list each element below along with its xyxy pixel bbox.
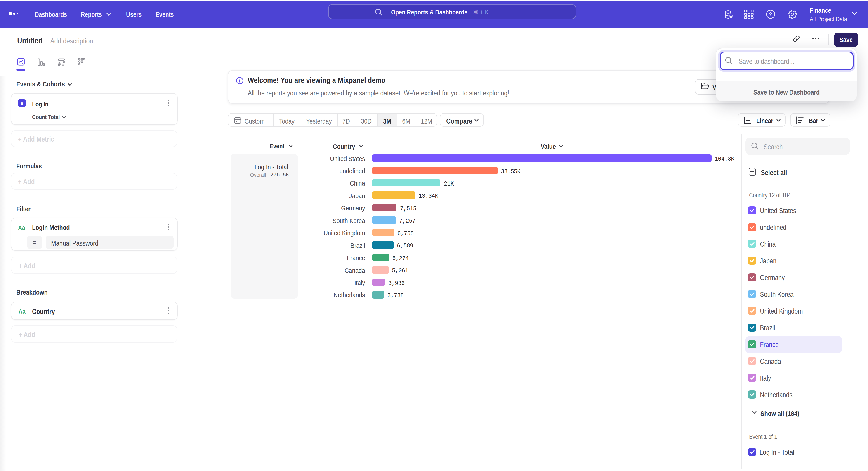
svg-text:?: ? [769,11,772,18]
